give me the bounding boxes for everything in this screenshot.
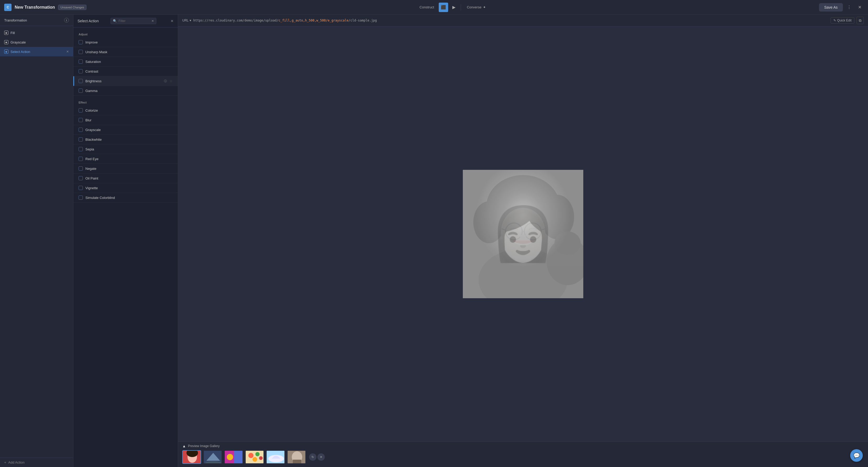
svg-rect-24 bbox=[234, 450, 243, 464]
transform-item-grayscale[interactable]: ▣ Grayscale bbox=[0, 37, 73, 47]
svg-point-4 bbox=[486, 175, 560, 238]
url-label[interactable]: URL ▾ bbox=[182, 19, 191, 22]
red-eye-label: Red Eye bbox=[85, 157, 173, 161]
preview-area bbox=[178, 26, 868, 442]
action-header: Select Action 🔍 ✕ ✕ bbox=[73, 15, 178, 28]
effect-section-label: Effect bbox=[73, 98, 178, 106]
transform-item-fill[interactable]: ▣ Fill bbox=[0, 28, 73, 37]
brightness-icon bbox=[79, 79, 83, 83]
panel-close-icon[interactable]: ✕ bbox=[170, 19, 174, 23]
svg-point-16 bbox=[555, 231, 581, 255]
gallery-thumb-5[interactable] bbox=[266, 450, 285, 464]
filter-clear-icon[interactable]: ✕ bbox=[151, 19, 154, 23]
select-action-label: Select Action bbox=[10, 50, 30, 54]
page-title: New Transformation bbox=[15, 5, 55, 10]
action-item-colorize[interactable]: Colorize bbox=[73, 106, 178, 115]
transformation-info-icon[interactable]: ℹ bbox=[64, 18, 69, 23]
sparkle-icon: ✦ bbox=[483, 5, 486, 9]
construct-button[interactable]: Construct bbox=[416, 4, 438, 11]
brightness-star-icon[interactable]: ☆ bbox=[169, 79, 173, 83]
oil-paint-label: Oil Paint bbox=[85, 176, 173, 180]
gallery-thumb-6[interactable] bbox=[287, 450, 306, 464]
converse-label: Converse bbox=[467, 5, 482, 9]
preview-svg bbox=[463, 170, 583, 298]
gallery-thumb-4[interactable] bbox=[245, 450, 264, 464]
action-item-vignette[interactable]: Vignette bbox=[73, 183, 178, 193]
gallery-collapse-icon: ▲ bbox=[182, 444, 186, 448]
select-action-close-icon[interactable]: ✕ bbox=[66, 50, 69, 54]
action-item-brightness[interactable]: Brightness ⓘ ☆ bbox=[73, 76, 178, 86]
saturation-label: Saturation bbox=[85, 60, 173, 64]
transform-item-select-action[interactable]: ▣ Select Action ✕ bbox=[0, 47, 73, 56]
svg-point-29 bbox=[252, 457, 257, 462]
gallery-remove-button[interactable]: ✕ bbox=[317, 454, 325, 461]
mode-switcher: Construct ⬛ ▶ Converse ✦ bbox=[416, 3, 490, 12]
mode-divider bbox=[461, 4, 461, 10]
action-item-improve[interactable]: Improve bbox=[73, 37, 178, 47]
top-bar-actions: Save As ⋮ ✕ bbox=[819, 3, 864, 11]
grayscale-icon: ▣ bbox=[4, 40, 8, 44]
close-button[interactable]: ✕ bbox=[856, 3, 864, 11]
action-item-unsharp-mask[interactable]: Unsharp Mask bbox=[73, 47, 178, 57]
action-item-blackwhite[interactable]: Blackwhite bbox=[73, 135, 178, 144]
brightness-info-icon[interactable]: ⓘ bbox=[164, 79, 167, 83]
transformation-list: ▣ Fill ▣ Grayscale ▣ Select Action ✕ bbox=[0, 26, 73, 458]
url-bar: URL ▾ https://res.cloudinary.com/demo/im… bbox=[178, 15, 868, 26]
video-mode-icon: ▶ bbox=[452, 5, 456, 10]
contrast-icon bbox=[79, 69, 83, 74]
gallery-thumb-3[interactable] bbox=[224, 450, 243, 464]
sepia-label: Sepia bbox=[85, 147, 173, 151]
gallery-header[interactable]: ▲ Preview Image Gallery bbox=[182, 444, 864, 448]
gallery-thumb-actions: ↻ ✕ bbox=[309, 454, 325, 461]
add-action-button[interactable]: + Add Action bbox=[0, 458, 73, 467]
filter-input[interactable] bbox=[118, 19, 150, 23]
action-item-gamma[interactable]: Gamma bbox=[73, 86, 178, 96]
gallery-section: ▲ Preview Image Gallery bbox=[178, 442, 868, 467]
svg-rect-35 bbox=[293, 460, 301, 464]
action-item-contrast[interactable]: Contrast bbox=[73, 66, 178, 76]
vignette-icon bbox=[79, 186, 83, 190]
action-selector-panel: Select Action 🔍 ✕ ✕ Adjust Improve Unsha… bbox=[73, 15, 178, 467]
gallery-refresh-button[interactable]: ↻ bbox=[309, 454, 316, 461]
quick-edit-button[interactable]: ✎ Quick Edit bbox=[831, 17, 855, 24]
simulate-colorblind-icon bbox=[79, 196, 83, 200]
image-mode-button[interactable]: ⬛ bbox=[439, 3, 448, 12]
adjust-section-label: Adjust bbox=[73, 30, 178, 37]
negate-label: Negate bbox=[85, 167, 173, 171]
action-item-negate[interactable]: Negate bbox=[73, 164, 178, 174]
svg-point-7 bbox=[501, 208, 545, 258]
fill-label: Fill bbox=[10, 31, 15, 35]
transformation-title: Transformation bbox=[4, 18, 27, 22]
action-item-blur[interactable]: Blur bbox=[73, 115, 178, 125]
video-mode-button[interactable]: ▶ bbox=[449, 3, 459, 12]
converse-button[interactable]: Converse ✦ bbox=[463, 4, 490, 11]
gallery-thumb-2[interactable] bbox=[203, 450, 222, 464]
chat-fab-button[interactable]: 💬 bbox=[850, 449, 863, 462]
action-item-sepia[interactable]: Sepia bbox=[73, 144, 178, 154]
svg-point-28 bbox=[255, 452, 259, 456]
red-eye-icon bbox=[79, 157, 83, 161]
gallery-thumb-1[interactable] bbox=[182, 450, 201, 464]
svg-point-9 bbox=[524, 223, 541, 240]
action-item-saturation[interactable]: Saturation bbox=[73, 57, 178, 66]
simulate-colorblind-label: Simulate Colorblind bbox=[85, 196, 173, 200]
colorize-icon bbox=[79, 108, 83, 112]
action-item-simulate-colorblind[interactable]: Simulate Colorblind bbox=[73, 193, 178, 203]
blackwhite-label: Blackwhite bbox=[85, 138, 173, 142]
svg-line-11 bbox=[502, 229, 505, 230]
thumb-4-image bbox=[246, 451, 264, 463]
negate-icon bbox=[79, 167, 83, 171]
oil-paint-icon bbox=[79, 176, 83, 180]
sepia-icon bbox=[79, 147, 83, 151]
app-logo: C bbox=[4, 4, 11, 11]
svg-line-12 bbox=[541, 229, 545, 230]
more-options-button[interactable]: ⋮ bbox=[845, 3, 853, 11]
svg-point-8 bbox=[505, 223, 522, 240]
save-as-button[interactable]: Save As bbox=[819, 3, 843, 11]
action-item-oil-paint[interactable]: Oil Paint bbox=[73, 174, 178, 183]
edit-icon: ✎ bbox=[833, 19, 836, 22]
copy-url-button[interactable]: ⧉ bbox=[857, 17, 864, 24]
action-item-grayscale[interactable]: Grayscale bbox=[73, 125, 178, 135]
action-item-red-eye[interactable]: Red Eye bbox=[73, 154, 178, 164]
filter-input-wrap: 🔍 ✕ bbox=[111, 18, 156, 24]
